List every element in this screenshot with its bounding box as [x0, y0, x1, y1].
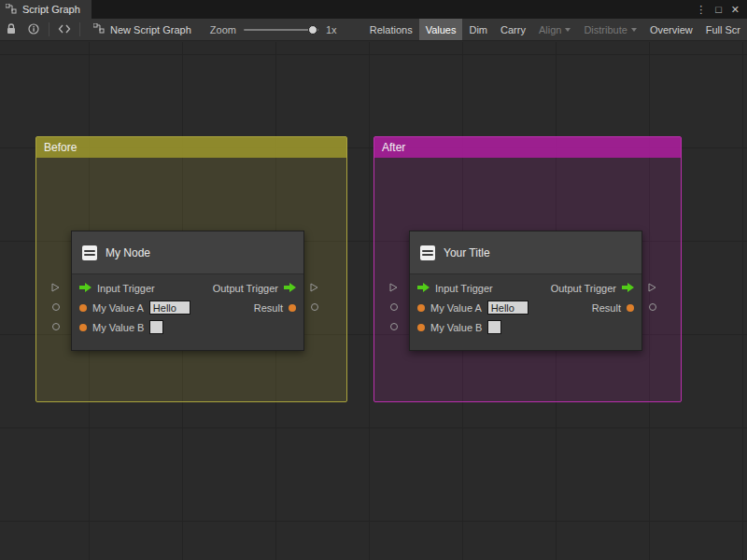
graph-tab-icon	[6, 4, 17, 16]
group-before[interactable]: Before My Node Inp	[35, 136, 347, 402]
unit-icon	[82, 245, 97, 260]
info-icon	[28, 23, 39, 36]
input-trigger-label: Input Trigger	[435, 283, 493, 294]
value-input-port-icon[interactable]	[79, 304, 87, 312]
inspector-button[interactable]	[22, 19, 45, 41]
toolbar-divider	[49, 22, 49, 36]
input-trigger-label: Input Trigger	[97, 283, 155, 294]
lock-button[interactable]	[0, 19, 22, 41]
values-button[interactable]: Values	[419, 19, 463, 41]
distribute-dropdown[interactable]: Distribute	[577, 19, 642, 41]
result-label: Result	[592, 302, 621, 314]
distribute-label: Distribute	[584, 24, 627, 35]
flow-input-port-icon[interactable]	[417, 283, 430, 294]
window-close-icon[interactable]: ✕	[731, 4, 740, 16]
titlebar-spacer	[92, 0, 696, 19]
value-output-port-icon[interactable]	[289, 304, 296, 312]
carry-button[interactable]: Carry	[494, 19, 532, 41]
my-value-b-label: My Value B	[430, 322, 482, 333]
group-before-header[interactable]: Before	[36, 137, 346, 158]
graph-canvas[interactable]: Before My Node Inp	[0, 42, 747, 560]
value-input-port-icon[interactable]	[79, 324, 87, 331]
node-my-node[interactable]: My Node Input Trigger Output Trigger	[71, 231, 304, 351]
node-header[interactable]: My Node	[72, 231, 303, 274]
unit-icon	[420, 245, 435, 260]
flow-input-port-icon[interactable]	[79, 283, 92, 294]
toolbar-divider	[79, 22, 80, 36]
my-value-b-field[interactable]	[487, 320, 501, 334]
align-label: Align	[539, 24, 561, 35]
chevron-down-icon	[631, 28, 637, 32]
external-result-port[interactable]	[649, 303, 656, 311]
fullscreen-button[interactable]: Full Scr	[699, 19, 747, 41]
my-value-a-field[interactable]	[487, 301, 529, 315]
window-maximize-icon[interactable]: □	[715, 4, 722, 15]
flow-output-port-icon[interactable]	[284, 283, 296, 294]
tab-label: Script Graph	[22, 4, 80, 15]
graph-asset-icon	[93, 23, 105, 35]
overview-button[interactable]: Overview	[643, 19, 699, 41]
node-title: Your Title	[444, 246, 490, 259]
titlebar: Script Graph ⋮ □ ✕	[0, 0, 747, 19]
node-body: Input Trigger Output Trigger My Value A	[410, 274, 641, 350]
external-value-port-a[interactable]	[52, 303, 60, 311]
toolbar: New Script Graph Zoom 1x Relations Value…	[0, 19, 747, 41]
value-input-port-icon[interactable]	[417, 324, 425, 331]
external-value-port-b[interactable]	[52, 323, 60, 330]
breadcrumb[interactable]: New Script Graph	[84, 23, 201, 35]
relations-button[interactable]: Relations	[363, 19, 419, 41]
group-after-header[interactable]: After	[374, 137, 681, 158]
zoom-slider-knob[interactable]	[308, 25, 317, 35]
window-menu-icon[interactable]: ⋮	[696, 4, 706, 16]
node-header[interactable]: Your Title	[410, 231, 641, 274]
output-trigger-label: Output Trigger	[213, 283, 278, 294]
my-value-a-label: My Value A	[92, 302, 144, 314]
external-flow-output-port[interactable]	[310, 283, 318, 294]
group-label: Before	[44, 141, 77, 154]
external-flow-input-port[interactable]	[389, 283, 398, 294]
value-input-port-icon[interactable]	[417, 304, 425, 312]
group-label: After	[382, 141, 405, 154]
graph-name: New Script Graph	[110, 24, 191, 35]
external-result-port[interactable]	[311, 303, 318, 311]
flow-output-port-icon[interactable]	[622, 283, 634, 294]
lock-icon	[7, 23, 16, 36]
external-value-port-a[interactable]	[390, 303, 398, 311]
external-flow-input-port[interactable]	[51, 283, 60, 294]
align-dropdown[interactable]: Align	[532, 19, 577, 41]
external-value-port-b[interactable]	[390, 323, 398, 330]
result-label: Result	[254, 302, 283, 314]
group-after[interactable]: After Your Title I	[374, 136, 682, 402]
chevron-down-icon	[565, 28, 571, 32]
my-value-b-field[interactable]	[149, 320, 163, 334]
output-trigger-label: Output Trigger	[551, 283, 616, 294]
edit-script-button[interactable]	[53, 19, 76, 41]
my-value-a-field[interactable]	[149, 301, 190, 315]
node-title: My Node	[106, 246, 150, 259]
zoom-value: 1x	[326, 24, 337, 35]
my-value-b-label: My Value B	[92, 322, 144, 333]
tab-script-graph[interactable]: Script Graph	[0, 0, 92, 19]
node-your-title[interactable]: Your Title Input Trigger Output Trigger	[409, 231, 642, 351]
node-body: Input Trigger Output Trigger My Value A	[72, 274, 303, 350]
zoom-label: Zoom	[210, 24, 236, 35]
my-value-a-label: My Value A	[430, 302, 482, 314]
zoom-slider[interactable]	[244, 29, 318, 31]
code-icon	[58, 24, 71, 35]
value-output-port-icon[interactable]	[627, 304, 634, 312]
external-flow-output-port[interactable]	[648, 283, 656, 294]
dim-button[interactable]: Dim	[462, 19, 494, 41]
